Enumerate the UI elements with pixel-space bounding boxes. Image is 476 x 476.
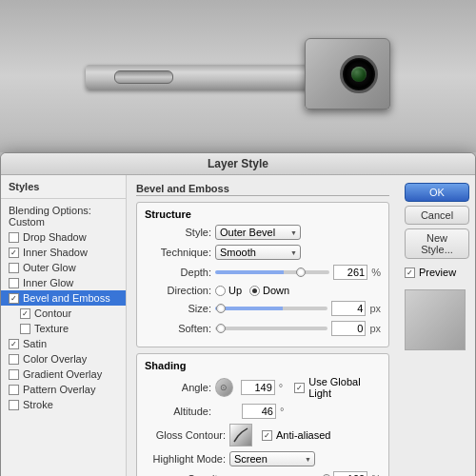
inner-shadow-checkbox[interactable]	[9, 248, 19, 258]
altitude-label: Altitude:	[145, 406, 211, 417]
size-slider[interactable]	[215, 307, 327, 310]
ok-button[interactable]: OK	[405, 183, 469, 202]
dialog-title: Layer Style	[1, 153, 475, 175]
soften-thumb[interactable]	[216, 324, 226, 333]
down-radio-dot[interactable]	[249, 286, 260, 296]
soften-unit: px	[369, 323, 381, 334]
preview-checkbox[interactable]	[405, 268, 415, 278]
layer-style-dialog: Layer Style Styles Blending Options: Cus…	[0, 152, 476, 476]
anti-aliased-checkbox[interactable]	[262, 430, 272, 441]
gloss-contour-row: Gloss Contour: Anti-aliased	[145, 424, 381, 446]
use-global-light-checkbox[interactable]	[294, 383, 305, 393]
metal-bar	[86, 65, 333, 89]
style-row: Style: Outer Bevel	[145, 225, 381, 240]
blending-label: Blending Options: Custom	[9, 205, 118, 228]
camera-body	[305, 38, 390, 109]
preview-area	[0, 0, 476, 152]
direction-label: Direction:	[145, 285, 211, 296]
technique-select[interactable]: Smooth	[215, 245, 301, 260]
sidebar-item-color-overlay[interactable]: Color Overlay	[1, 351, 126, 367]
soften-input[interactable]: 0	[331, 321, 366, 336]
opacity-input[interactable]: 100	[333, 471, 367, 476]
gradient-overlay-checkbox[interactable]	[9, 369, 19, 380]
direction-up-label: Up	[228, 285, 242, 296]
angle-label: Angle:	[145, 382, 211, 393]
drop-shadow-checkbox[interactable]	[9, 232, 19, 243]
soften-row: Soften: 0 px	[145, 321, 381, 336]
sidebar-item-blending[interactable]: Blending Options: Custom	[1, 203, 126, 229]
color-overlay-checkbox[interactable]	[9, 354, 19, 365]
highlight-mode-label: Highlight Mode:	[145, 453, 226, 465]
size-unit: px	[369, 303, 381, 314]
contour-checkbox[interactable]	[20, 308, 30, 319]
sidebar-item-pattern-overlay[interactable]: Pattern Overlay	[1, 382, 126, 397]
size-row: Size: 4 px	[145, 301, 381, 316]
technique-value: Smooth	[220, 247, 256, 258]
cancel-button[interactable]: Cancel	[405, 206, 469, 225]
altitude-input[interactable]: 46	[242, 404, 276, 419]
up-radio-dot[interactable]	[215, 286, 226, 296]
sidebar-item-outer-glow[interactable]: Outer Glow	[1, 260, 126, 275]
depth-input[interactable]: 261	[333, 265, 367, 280]
size-thumb[interactable]	[216, 304, 226, 313]
inner-glow-checkbox[interactable]	[9, 278, 19, 288]
shading-header: Shading	[145, 360, 381, 371]
bevel-emboss-header: Bevel and Emboss	[136, 183, 389, 196]
sidebar-item-drop-shadow[interactable]: Drop Shadow	[1, 229, 126, 245]
style-select[interactable]: Outer Bevel	[215, 225, 301, 240]
dialog-content: Styles Blending Options: Custom Drop Sha…	[1, 175, 475, 476]
gloss-contour-thumb[interactable]	[229, 424, 252, 446]
soften-slider[interactable]	[215, 327, 327, 330]
sidebar-item-satin[interactable]: Satin	[1, 336, 126, 351]
preview-checkbox-row: Preview	[405, 267, 469, 278]
use-global-light-label: Use Global Light	[308, 376, 381, 399]
depth-thumb[interactable]	[296, 268, 306, 277]
sidebar-item-stroke[interactable]: Stroke	[1, 397, 126, 412]
main-panel: Bevel and Emboss Structure Style: Outer …	[127, 175, 399, 476]
texture-checkbox[interactable]	[20, 324, 30, 334]
sidebar-item-bevel-emboss[interactable]: Bevel and Emboss	[1, 290, 126, 306]
highlight-mode-row: Highlight Mode: Screen	[145, 451, 381, 466]
direction-up-radio[interactable]: Up	[215, 285, 242, 296]
soften-label: Soften:	[145, 323, 211, 334]
gloss-contour-label: Gloss Contour:	[145, 429, 226, 441]
altitude-unit: °	[280, 406, 284, 417]
satin-checkbox[interactable]	[9, 339, 19, 349]
structure-section: Structure Style: Outer Bevel Technique: …	[136, 202, 389, 347]
direction-down-label: Down	[263, 285, 289, 296]
metal-preview-shape	[86, 38, 390, 114]
direction-down-radio[interactable]: Down	[249, 285, 289, 296]
preview-thumbnail	[405, 289, 466, 350]
bevel-emboss-checkbox[interactable]	[9, 293, 19, 304]
angle-row: Angle: ⊙ 149 ° Use Global Light	[145, 376, 381, 399]
altitude-row: Altitude: 46 °	[145, 404, 381, 419]
sidebar-item-contour[interactable]: Contour	[1, 306, 126, 321]
highlight-mode-value: Screen	[234, 453, 268, 465]
structure-header: Structure	[145, 208, 381, 220]
direction-radio-group: Up Down	[215, 285, 289, 296]
outer-glow-checkbox[interactable]	[9, 263, 19, 273]
angle-unit: °	[279, 382, 283, 393]
depth-unit: %	[371, 267, 381, 278]
sidebar-item-gradient-overlay[interactable]: Gradient Overlay	[1, 367, 126, 382]
direction-row: Direction: Up Down	[145, 285, 381, 296]
size-label: Size:	[145, 303, 211, 314]
highlight-mode-select[interactable]: Screen	[229, 451, 315, 466]
pattern-overlay-checkbox[interactable]	[9, 385, 19, 395]
opacity-row: Opacity: 100 %	[145, 471, 381, 476]
sidebar-item-inner-shadow[interactable]: Inner Shadow	[1, 245, 126, 260]
sidebar-title: Styles	[1, 179, 126, 196]
sidebar: Styles Blending Options: Custom Drop Sha…	[1, 175, 127, 476]
size-input[interactable]: 4	[331, 301, 366, 316]
sidebar-item-inner-glow[interactable]: Inner Glow	[1, 275, 126, 290]
style-label: Style:	[145, 227, 211, 238]
angle-wheel[interactable]: ⊙	[215, 378, 233, 397]
angle-input[interactable]: 149	[241, 380, 275, 395]
sidebar-divider	[1, 198, 126, 199]
anti-aliased-label: Anti-aliased	[276, 429, 330, 441]
new-style-button[interactable]: New Style...	[405, 228, 469, 259]
right-panel: OK Cancel New Style... Preview	[399, 175, 475, 476]
depth-slider[interactable]	[215, 270, 329, 274]
sidebar-item-texture[interactable]: Texture	[1, 321, 126, 336]
stroke-checkbox[interactable]	[9, 400, 19, 410]
